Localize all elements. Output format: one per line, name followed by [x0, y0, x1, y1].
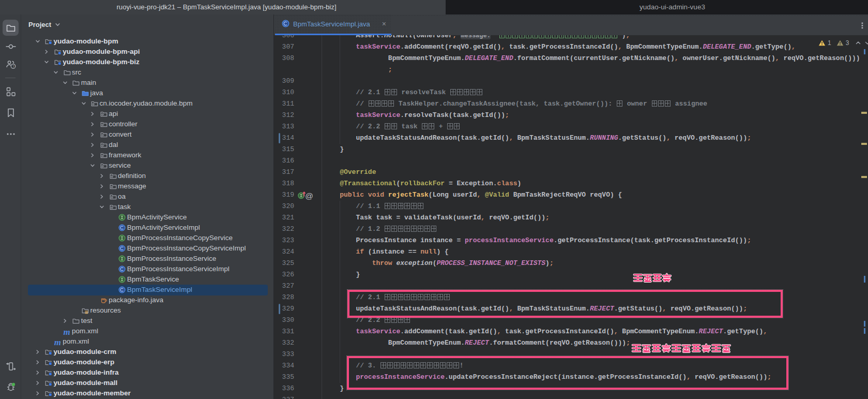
svg-text:@: @ [305, 191, 313, 200]
svg-text:?: ? [12, 64, 14, 69]
